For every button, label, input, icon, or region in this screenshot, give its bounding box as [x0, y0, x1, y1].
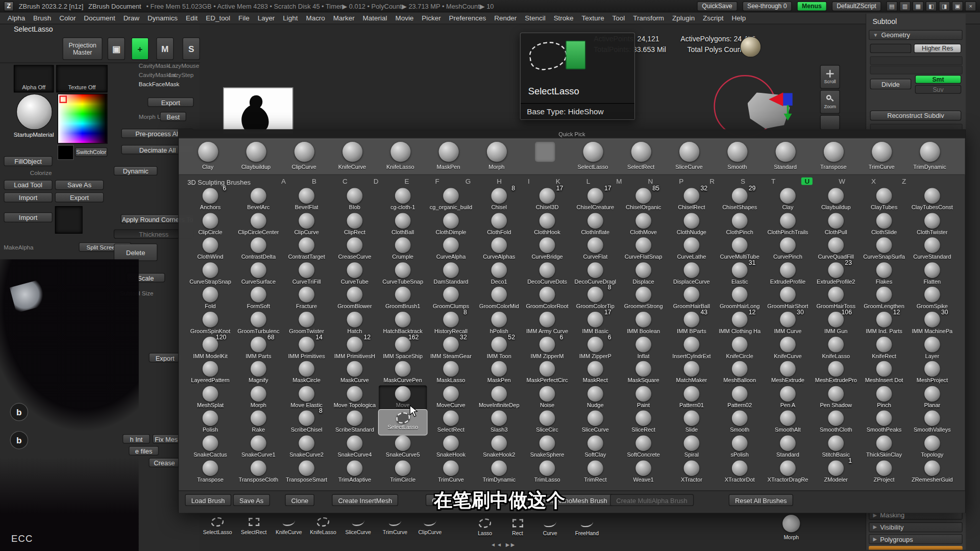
- left-cavity-mask[interactable]: CavityMask: [139, 62, 169, 69]
- columns-icon[interactable]: ▥: [899, 1, 911, 11]
- menu-marker[interactable]: Marker: [333, 14, 355, 22]
- brush-thickskinclay[interactable]: ThickSkinClay: [860, 435, 908, 459]
- rows-icon[interactable]: ▤: [886, 1, 897, 11]
- brush-curvestandard[interactable]: CurveStandard: [908, 237, 956, 261]
- quickpick-selectlasso[interactable]: SelectLasso: [569, 139, 617, 174]
- brush-softconcrete[interactable]: SoftConcrete: [619, 435, 667, 459]
- next-section-header[interactable]: [869, 546, 963, 549]
- brush-inflat[interactable]: Inflat: [619, 336, 667, 360]
- letter-s[interactable]: S: [741, 178, 745, 185]
- see-through-slider[interactable]: See-through 0: [742, 1, 792, 11]
- letter-r[interactable]: R: [709, 178, 715, 185]
- brush-xtractor[interactable]: XTractor: [668, 460, 716, 484]
- quickpick-smooth[interactable]: Smooth: [713, 139, 761, 174]
- brush-imm-spaceship[interactable]: 162IMM SpaceShip: [379, 336, 427, 360]
- brush-curvemultitube[interactable]: CurveMultiTube: [716, 237, 764, 261]
- fill-object-button[interactable]: FillObject: [4, 156, 53, 166]
- quickpick-standard[interactable]: Standard: [761, 139, 809, 174]
- menu-draw[interactable]: Draw: [124, 14, 139, 22]
- letter-n[interactable]: N: [648, 178, 653, 185]
- bottom-brush-trimcurve[interactable]: TrimCurve: [378, 516, 413, 535]
- brush-meshballoon[interactable]: MeshBalloon: [716, 361, 764, 385]
- brush-groomspike[interactable]: GroomSpike: [908, 286, 956, 311]
- letter-w[interactable]: W: [839, 178, 845, 185]
- brush-trimcircle[interactable]: TrimCircle: [379, 460, 427, 484]
- brush-xtractordot[interactable]: XTractorDot: [716, 460, 764, 484]
- brush-stitchbasic[interactable]: StitchBasic: [812, 435, 860, 459]
- brush-clothslide[interactable]: ClothSlide: [860, 212, 908, 237]
- brush-groomerstrong[interactable]: GroomerStrong: [619, 286, 667, 311]
- lower-res-button[interactable]: [870, 44, 911, 53]
- brush-polish[interactable]: Polish: [186, 410, 234, 435]
- higher-res-button[interactable]: Higher Res: [914, 44, 961, 53]
- letter-k[interactable]: K: [556, 178, 560, 185]
- brush-maskrect[interactable]: MaskRect: [571, 361, 619, 385]
- letter-l[interactable]: L: [586, 178, 591, 185]
- menu-texture[interactable]: Texture: [581, 14, 604, 22]
- brush-moveinfinitedep[interactable]: MoveInfiniteDep: [475, 385, 523, 410]
- letter-p[interactable]: P: [679, 178, 683, 185]
- brush-snakecactus[interactable]: SnakeCactus: [186, 435, 234, 459]
- brush-clipcurve[interactable]: ClipCurve: [282, 212, 330, 237]
- brush-groomhairtoss[interactable]: GroomHairToss: [812, 286, 860, 311]
- brush-slicecirc[interactable]: SliceCirc: [523, 410, 571, 435]
- brush-masksquare[interactable]: MaskSquare: [619, 361, 667, 385]
- brush-pattern02[interactable]: Pattern02: [716, 385, 764, 410]
- brush-clothmove[interactable]: ClothMove: [619, 212, 667, 237]
- quicksave-button[interactable]: QuickSave: [697, 1, 738, 11]
- brush-meshinsert-dot[interactable]: MeshInsert Dot: [860, 361, 908, 385]
- brush-groomspinknot[interactable]: GroomSpinKnot: [186, 311, 234, 336]
- brush-imm-clothing-ha[interactable]: 12IMM Clothing Ha: [716, 311, 764, 336]
- geometry-section-header[interactable]: ▼ Geometry: [869, 30, 963, 40]
- left-dynamic-button[interactable]: Dynamic: [114, 166, 158, 176]
- brush-clipcircle[interactable]: ClipCircle: [186, 212, 234, 237]
- brush-kniferect[interactable]: KnifeRect: [860, 336, 908, 360]
- brush-knifecircle[interactable]: KnifeCircle: [716, 336, 764, 360]
- letter-f[interactable]: F: [435, 178, 439, 185]
- quickpick-trimdynamic[interactable]: TrimDynamic: [905, 139, 953, 174]
- brush-groomtwister[interactable]: GroomTwister: [282, 311, 330, 336]
- menu-layer[interactable]: Layer: [258, 14, 275, 22]
- brush-hatchbacktrack[interactable]: HatchBacktrack: [379, 311, 427, 336]
- bottom-brush-knifecurve[interactable]: KnifeCurve: [271, 516, 306, 535]
- brush-transpose[interactable]: Transpose: [186, 460, 234, 484]
- brush-flatten[interactable]: Flatten: [908, 262, 956, 286]
- brush-morph[interactable]: Morph: [234, 385, 282, 410]
- brush-blob[interactable]: Blob: [331, 187, 379, 212]
- brush-snakehook[interactable]: SnakeHook: [427, 435, 475, 459]
- quickpick-knifelasso[interactable]: KnifeLasso: [376, 139, 424, 174]
- brush-layeredpattern[interactable]: LayeredPattern: [186, 361, 234, 385]
- brush-historyrecall[interactable]: 8HistoryRecall: [427, 311, 475, 336]
- brush-meshextrude[interactable]: MeshExtrude: [764, 361, 812, 385]
- brush-clothpinch[interactable]: ClothPinch: [716, 212, 764, 237]
- brush-rake[interactable]: Rake: [234, 410, 282, 435]
- brush-curvesnapsurfa[interactable]: CurveSnapSurfa: [860, 237, 908, 261]
- brush-contrasttarget[interactable]: ContrastTarget: [282, 237, 330, 261]
- brush-trimadaptive[interactable]: TrimAdaptive: [331, 460, 379, 484]
- letter-c[interactable]: C: [342, 178, 348, 185]
- quickpick-selectrect[interactable]: SelectRect: [617, 139, 665, 174]
- load-tool-button[interactable]: Load Tool: [4, 180, 53, 190]
- brush-decocurvedragl[interactable]: DecoCurveDragl: [571, 262, 619, 286]
- switch-color-button[interactable]: SwitchColor: [75, 147, 108, 157]
- brush-chiselcreature[interactable]: 17ChiselCreature: [571, 187, 619, 212]
- brush-curveflatsnap[interactable]: CurveFlatSnap: [619, 237, 667, 261]
- brush-zproject[interactable]: ZProject: [860, 460, 908, 484]
- brush-masklasso[interactable]: MaskLasso: [427, 361, 475, 385]
- brush-imm-gun[interactable]: 106IMM Gun: [812, 311, 860, 336]
- brush-imm-machinepa[interactable]: 30IMM MachinePa: [908, 311, 956, 336]
- brush-bevelflat[interactable]: BevelFlat: [282, 187, 330, 212]
- brush-groomhairshort[interactable]: GroomHairShort: [764, 286, 812, 311]
- brush-trimcurve[interactable]: TrimCurve: [427, 460, 475, 484]
- brush-zmodeler[interactable]: 1ZModeler: [812, 460, 860, 484]
- divide-button[interactable]: Divide: [870, 79, 911, 89]
- left-export-c-button[interactable]: Export: [149, 353, 181, 362]
- left-backface-mask[interactable]: BackFaceMask: [139, 81, 180, 87]
- brush-claytubes[interactable]: ClayTubes: [860, 187, 908, 212]
- brush-maskcircle[interactable]: MaskCircle: [282, 361, 330, 385]
- menu-movie[interactable]: Movie: [395, 14, 413, 22]
- brush-curvetrifill[interactable]: CurveTriFill: [282, 262, 330, 286]
- brush-curvestrapsnap[interactable]: CurveStrapSnap: [186, 262, 234, 286]
- quickpick-trimcurve[interactable]: TrimCurve: [857, 139, 905, 174]
- left-del-button[interactable]: Delete: [114, 244, 158, 261]
